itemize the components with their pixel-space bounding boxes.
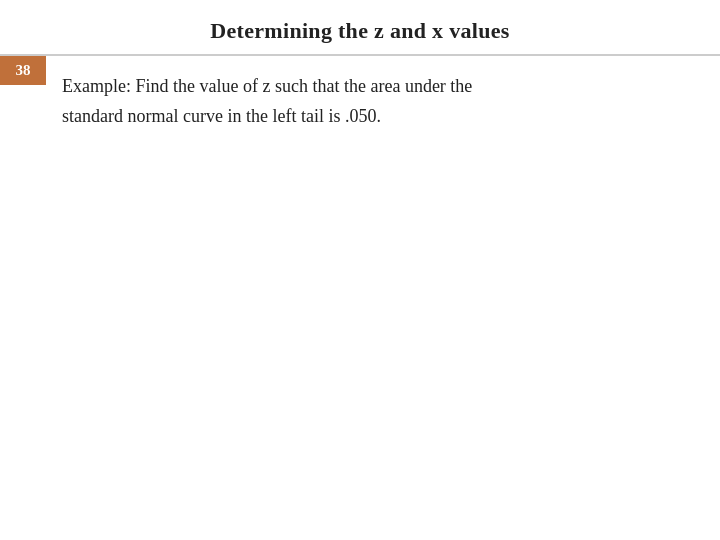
title-bar: Determining the z and x values [0, 0, 720, 56]
slide-number-badge: 38 [0, 56, 46, 85]
example-line2: standard normal curve in the left tail i… [62, 106, 381, 126]
example-line1: Example: Find the value of z such that t… [62, 76, 472, 96]
slide-number-col: 38 [0, 56, 46, 540]
slide-title: Determining the z and x values [210, 18, 509, 43]
slide-container: Determining the z and x values 38 Exampl… [0, 0, 720, 540]
main-content: Example: Find the value of z such that t… [46, 56, 720, 540]
content-area: 38 Example: Find the value of z such tha… [0, 56, 720, 540]
example-paragraph: Example: Find the value of z such that t… [62, 72, 690, 131]
